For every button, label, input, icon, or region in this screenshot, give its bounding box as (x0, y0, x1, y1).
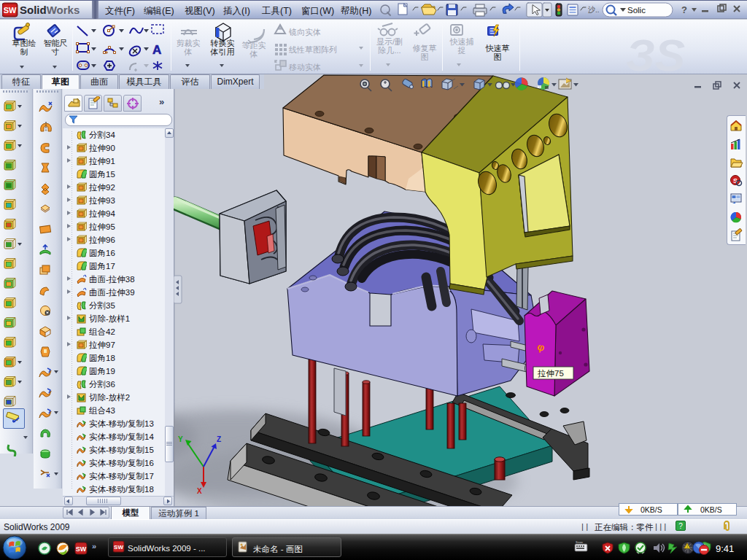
svg-text:?: ? (681, 4, 687, 15)
svg-text:SW: SW (76, 545, 87, 553)
svg-text:0KB/S: 0KB/S (700, 505, 722, 514)
svg-text:SW: SW (4, 6, 17, 15)
svg-text:沙..: 沙.. (588, 6, 600, 14)
svg-text:0KB/S: 0KB/S (640, 505, 662, 514)
svg-text:Y: Y (178, 435, 183, 443)
svg-text:SW: SW (114, 544, 123, 551)
svg-text:X: X (197, 487, 202, 495)
svg-text:Snow: Snow (576, 540, 583, 544)
svg-text:»: » (92, 542, 96, 551)
svg-text:拉伸75: 拉伸75 (537, 369, 564, 378)
svg-text:Solic: Solic (627, 6, 646, 15)
svg-text:Z: Z (217, 435, 221, 443)
svg-text:A: A (152, 43, 161, 57)
